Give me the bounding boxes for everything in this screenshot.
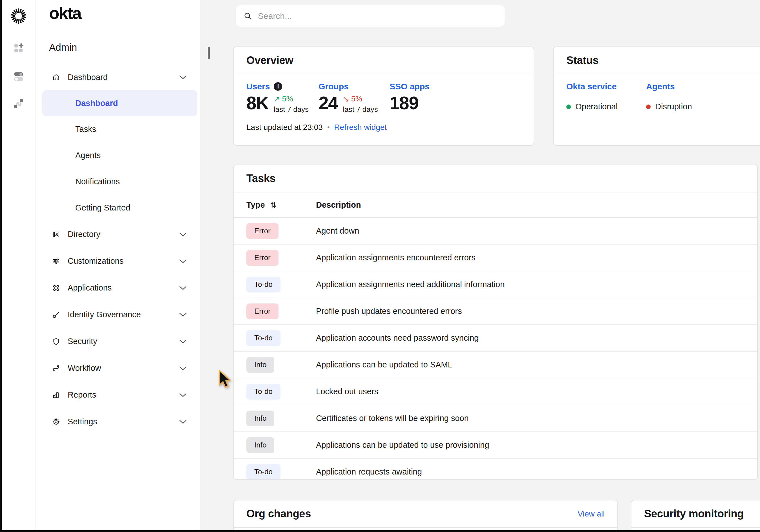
mouse-cursor	[218, 370, 238, 394]
status-card-header: Status	[554, 47, 760, 74]
sidebar-item-reports[interactable]: Reports	[36, 381, 200, 408]
sidebar-item-dashboard[interactable]: Dashboard	[36, 64, 200, 90]
sidebar-item-dashboard-active[interactable]: Dashboard	[42, 90, 197, 116]
org-changes-card: Org changes View all	[233, 500, 618, 530]
stat-label: Users	[246, 82, 270, 91]
stat-sso-apps: SSO apps 189	[390, 82, 430, 114]
sidebar-item-tasks[interactable]: Tasks	[36, 116, 200, 142]
stat-groups: Groups 24 ↘ 5% last 7 days	[318, 82, 390, 114]
refresh-widget-link[interactable]: Refresh widget	[334, 123, 387, 132]
chevron-down-icon	[179, 313, 187, 317]
status-okta-service: Okta service Operational	[566, 82, 646, 111]
tasks-table-header: Type Description	[234, 193, 757, 218]
admin-heading: Admin	[49, 42, 77, 53]
sidebar: okta Admin Dashboard Dashboard Tasks Age…	[36, 0, 200, 530]
view-all-link[interactable]: View all	[578, 510, 605, 518]
sidebar-item-notifications[interactable]: Notifications	[36, 168, 200, 195]
chevron-down-icon	[179, 366, 187, 371]
column-header-type[interactable]: Type	[246, 200, 316, 210]
chevron-down-icon	[179, 75, 187, 79]
icon-rail	[2, 0, 36, 530]
chevron-down-icon	[179, 339, 187, 344]
search-bar[interactable]	[236, 5, 504, 27]
status-title: Status	[566, 54, 598, 66]
table-row[interactable]: To-do Application accounts need password…	[234, 325, 757, 352]
overview-card: Overview Users i 8K ↗ 5%	[233, 47, 534, 146]
table-row[interactable]: Error Profile push updates encountered e…	[234, 298, 757, 325]
stat-label: Groups	[318, 82, 349, 91]
sliders-icon	[52, 257, 60, 265]
apps-grid-icon	[52, 284, 60, 292]
table-row[interactable]: Info Certificates or tokens will be expi…	[234, 405, 757, 432]
last-updated-text: Last updated at 23:03	[246, 123, 323, 132]
trend-down-icon: ↘	[343, 95, 349, 104]
sidebar-item-security[interactable]: Security	[36, 328, 200, 355]
task-description: Agent down	[316, 226, 359, 236]
task-description: Application requests awaiting	[316, 467, 422, 476]
task-description: Certificates or tokens will be expiring …	[316, 414, 469, 423]
chevron-down-icon	[179, 286, 187, 290]
users-link[interactable]: Users i	[246, 82, 318, 91]
agents-link[interactable]: Agents	[646, 82, 726, 91]
sidebar-item-workflow[interactable]: Workflow	[36, 355, 200, 381]
table-row[interactable]: To-do Application requests awaiting	[234, 459, 757, 480]
table-row[interactable]: To-do Locked out users	[234, 378, 757, 405]
stat-delta: ↘ 5% last 7 days	[343, 94, 378, 114]
table-row[interactable]: Error Application assignments encountere…	[234, 244, 757, 271]
sidebar-item-getting-started[interactable]: Getting Started	[36, 195, 200, 221]
chevron-down-icon	[179, 232, 187, 237]
okta-aura-logo-icon[interactable]	[11, 8, 27, 25]
org-changes-title: Org changes	[246, 508, 311, 520]
groups-link[interactable]: Groups	[318, 82, 390, 91]
sidebar-item-directory[interactable]: Directory	[36, 221, 200, 248]
tasks-card: Tasks Type Description Error Agent down …	[233, 164, 758, 480]
sidebar-item-customizations[interactable]: Customizations	[36, 248, 200, 275]
tasks-title: Tasks	[246, 172, 275, 185]
sidebar-item-applications[interactable]: Applications	[36, 275, 200, 301]
status-badge: To-do	[246, 384, 280, 400]
info-icon[interactable]: i	[274, 82, 282, 91]
status-badge: Error	[246, 223, 278, 239]
okta-wordmark[interactable]: okta	[49, 3, 81, 23]
table-row[interactable]: To-do Application assignments need addit…	[234, 271, 757, 298]
sidebar-item-label: Settings	[68, 417, 97, 426]
shield-icon	[52, 337, 60, 346]
search-input[interactable]	[258, 11, 497, 21]
sidebar-nav: Dashboard Dashboard Tasks Agents Notific…	[36, 64, 200, 435]
search-icon	[243, 12, 252, 21]
sidebar-item-identity-governance[interactable]: Identity Governance	[36, 301, 200, 328]
status-badge: Info	[246, 357, 274, 373]
chevron-down-icon	[179, 420, 187, 424]
okta-service-link[interactable]: Okta service	[566, 82, 646, 91]
add-apps-icon[interactable]	[13, 42, 24, 55]
separator-dot: •	[327, 123, 330, 131]
overview-card-header: Overview	[234, 47, 534, 74]
status-state-text: Disruption	[655, 102, 692, 111]
sso-apps-link[interactable]: SSO apps	[390, 82, 430, 91]
task-description: Application assignments encountered erro…	[316, 253, 476, 262]
status-badge: To-do	[246, 277, 280, 292]
stat-value: 189	[390, 94, 418, 112]
status-dot-disruption	[646, 105, 651, 109]
bar-chart-icon	[52, 391, 60, 399]
workflow-connector-icon[interactable]	[13, 98, 24, 111]
sidebar-item-agents[interactable]: Agents	[36, 142, 200, 168]
sidebar-item-settings[interactable]: Settings	[36, 408, 200, 435]
status-badge: To-do	[246, 330, 280, 346]
table-row[interactable]: Info Applications can be updated to SAML	[234, 352, 757, 378]
scrollbar-thumb[interactable]	[208, 47, 210, 59]
feature-toggles-icon[interactable]	[13, 70, 24, 83]
security-monitoring-title: Security monitoring	[644, 508, 744, 520]
overview-title: Overview	[246, 54, 294, 66]
trend-up-icon: ↗	[274, 95, 280, 104]
chevron-down-icon	[179, 259, 187, 263]
chevron-down-icon	[179, 393, 187, 397]
sort-arrows-icon[interactable]	[269, 200, 277, 209]
column-header-description: Description	[316, 200, 361, 210]
sidebar-item-label: Workflow	[68, 364, 101, 373]
home-icon	[52, 73, 60, 81]
sidebar-item-label: Security	[68, 337, 97, 346]
tasks-card-header: Tasks	[234, 165, 757, 193]
table-row[interactable]: Info Applications can be updated to use …	[234, 432, 757, 459]
table-row[interactable]: Error Agent down	[234, 218, 757, 244]
